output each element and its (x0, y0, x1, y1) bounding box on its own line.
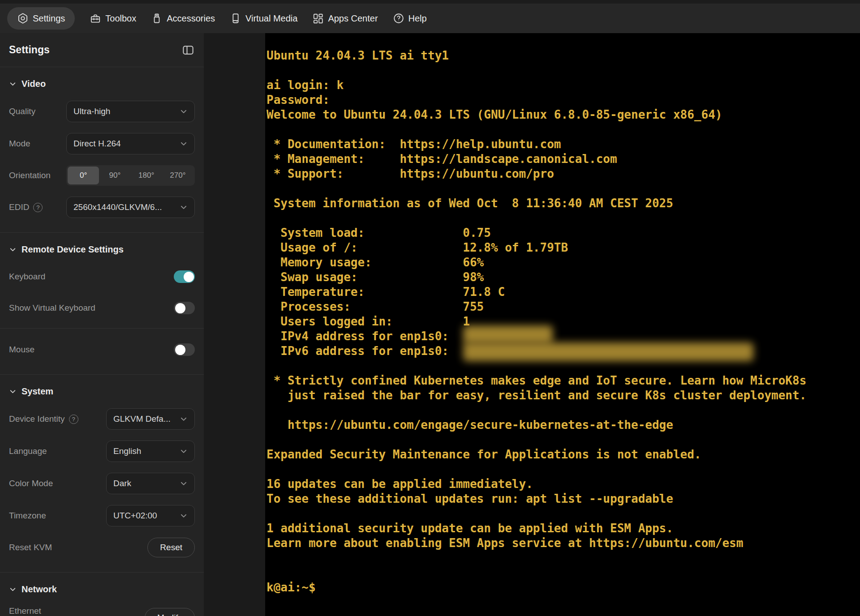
quality-select[interactable]: Ultra-high (66, 101, 195, 122)
nav-label: Settings (33, 13, 65, 24)
nav-toolbox[interactable]: Toolbox (90, 7, 136, 30)
quality-label: Quality (9, 107, 35, 116)
mode-select[interactable]: Direct H.264 (66, 133, 195, 154)
chevron-down-icon (9, 388, 17, 395)
edid-row: EDID ? 2560x1440/GLKVM/6... (9, 197, 195, 218)
apps-grid-icon (312, 13, 324, 24)
remote-device-settings-header[interactable]: Remote Device Settings (9, 239, 195, 256)
color-mode-value: Dark (113, 479, 131, 488)
virtual-keyboard-label: Show Virtual Keyboard (9, 303, 95, 313)
language-select[interactable]: English (106, 441, 195, 462)
section-title: System (22, 386, 53, 397)
reset-kvm-label: Reset KVM (9, 543, 52, 552)
color-mode-select[interactable]: Dark (106, 473, 195, 494)
chevron-down-icon (9, 80, 17, 88)
console-text: Ubuntu 24.04.3 LTS ai tty1 ai login: k P… (265, 33, 860, 595)
chevron-down-icon (180, 447, 188, 455)
video-section-header[interactable]: Video (9, 73, 195, 90)
mode-label: Mode (9, 139, 30, 149)
system-section-header[interactable]: System (9, 381, 195, 398)
edid-label: EDID ? (9, 202, 43, 212)
orientation-0[interactable]: 0° (68, 167, 99, 184)
remote-view-area: Ubuntu 24.04.3 LTS ai tty1 ai login: k P… (204, 33, 860, 616)
chevron-down-icon (180, 203, 188, 211)
chevron-down-icon (180, 415, 188, 423)
section-title: Remote Device Settings (22, 244, 124, 255)
mode-row: Mode Direct H.264 (9, 133, 195, 154)
orientation-90[interactable]: 90° (99, 167, 130, 184)
toggle-knob (175, 303, 185, 313)
section-title: Video (22, 79, 46, 89)
timezone-select[interactable]: UTC+02:00 (106, 505, 195, 526)
nav-help[interactable]: Help (393, 7, 427, 30)
window-top-edge (0, 0, 860, 4)
settings-icon (17, 13, 29, 24)
mouse-toggle[interactable] (174, 343, 195, 356)
section-title: Network (22, 584, 57, 595)
edid-help-icon[interactable]: ? (33, 203, 43, 212)
ethernet-row: Ethernet 192.168.1.6 Modify (9, 606, 195, 616)
mode-value: Direct H.264 (73, 139, 121, 149)
quality-value: Ultra-high (73, 107, 110, 116)
ethernet-label: Ethernet (9, 606, 54, 616)
timezone-label: Timezone (9, 511, 46, 521)
device-identity-label: Device Identity ? (9, 414, 78, 424)
timezone-row: Timezone UTC+02:00 (9, 505, 195, 526)
chevron-down-icon (9, 246, 17, 253)
toolbox-icon (90, 13, 101, 24)
remote-console-screen[interactable]: Ubuntu 24.04.3 LTS ai tty1 ai login: k P… (265, 33, 860, 616)
mouse-label: Mouse (9, 345, 34, 355)
nav-label: Accessories (167, 13, 215, 24)
chevron-down-icon (180, 512, 188, 520)
keyboard-label: Keyboard (9, 272, 45, 282)
device-identity-help-icon[interactable]: ? (69, 415, 78, 424)
glkvm-app-window: Settings Toolbox Accessories (0, 0, 860, 616)
language-label: Language (9, 446, 47, 456)
orientation-180[interactable]: 180° (131, 167, 162, 184)
nav-settings[interactable]: Settings (7, 7, 75, 30)
device-identity-row: Device Identity ? GLKVM Defa... (9, 408, 195, 430)
toggle-knob (175, 345, 185, 355)
chevron-down-icon (9, 586, 17, 593)
virtual-keyboard-row: Show Virtual Keyboard (9, 298, 195, 318)
quality-row: Quality Ultra-high (9, 101, 195, 122)
language-value: English (113, 446, 141, 456)
network-section: Network Ethernet 192.168.1.6 Modify (0, 573, 204, 616)
virtual-media-icon (230, 13, 241, 24)
orientation-row: Orientation 0° 90° 180° 270° (9, 165, 195, 186)
divider (0, 328, 204, 329)
keyboard-row: Keyboard (9, 266, 195, 287)
chevron-down-icon (180, 140, 188, 148)
sidebar-layout-icon (181, 43, 195, 57)
virtual-keyboard-toggle[interactable] (174, 302, 195, 314)
nav-apps-center[interactable]: Apps Center (312, 7, 378, 30)
nav-virtual-media[interactable]: Virtual Media (230, 7, 297, 30)
ethernet-info: Ethernet 192.168.1.6 (9, 606, 54, 616)
modify-button[interactable]: Modify (145, 608, 195, 616)
device-identity-select[interactable]: GLKVM Defa... (106, 408, 195, 430)
network-section-header[interactable]: Network (9, 579, 195, 595)
nav-label: Virtual Media (245, 13, 297, 24)
settings-panel: Settings Video Quality Ultra-high (0, 33, 204, 616)
edid-select[interactable]: 2560x1440/GLKVM/6... (66, 197, 195, 218)
color-mode-label: Color Mode (9, 479, 53, 488)
reset-button[interactable]: Reset (147, 538, 195, 557)
keyboard-toggle[interactable] (174, 270, 195, 283)
color-mode-row: Color Mode Dark (9, 473, 195, 494)
mouse-row: Mouse (9, 339, 195, 360)
nav-label: Toolbox (105, 13, 136, 24)
ipv6-address-redaction-blur (463, 342, 753, 361)
edid-value: 2560x1440/GLKVM/6... (73, 202, 162, 212)
collapse-panel-button[interactable] (181, 43, 195, 57)
nav-label: Apps Center (328, 13, 378, 24)
nav-accessories[interactable]: Accessories (151, 7, 215, 30)
usb-drive-icon (151, 13, 163, 24)
help-icon (393, 13, 404, 24)
language-row: Language English (9, 441, 195, 462)
orientation-270[interactable]: 270° (162, 167, 194, 184)
orientation-label: Orientation (9, 171, 51, 180)
panel-title: Settings (9, 44, 50, 56)
settings-panel-header: Settings (0, 33, 204, 67)
device-identity-value: GLKVM Defa... (113, 414, 171, 424)
chevron-down-icon (180, 107, 188, 116)
